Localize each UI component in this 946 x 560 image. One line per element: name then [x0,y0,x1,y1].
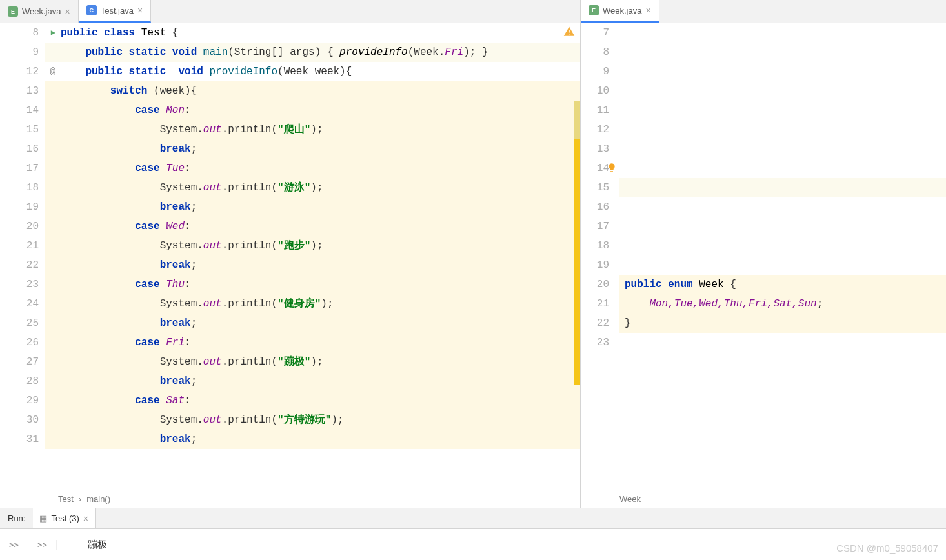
right-tabs: E Week.java × [581,0,946,23]
tab-test-java[interactable]: C Test.java × [79,0,152,23]
intention-bulb-icon[interactable] [607,163,617,173]
run-controls-expand2[interactable]: >> [28,540,57,550]
enum-file-icon: E [8,6,18,17]
breadcrumb-right[interactable]: Week [581,490,946,508]
run-tab-label: Test (3) [51,514,79,523]
run-tab[interactable]: ▦ Test (3) × [33,508,96,528]
tab-week-java[interactable]: E Week.java × [0,0,79,23]
tab-label: Test.java [101,6,134,15]
run-controls-expand[interactable]: >> [0,540,28,550]
tab-label: Week.java [22,6,61,16]
breadcrumb-class[interactable]: Test [58,494,74,504]
close-icon[interactable]: × [65,6,70,17]
line-gutter: 7 8 9 10 11 12 13 14 15 16 17 18 19 20 2… [581,23,619,490]
close-icon[interactable]: × [645,5,650,15]
tab-week-java-right[interactable]: E Week.java × [581,0,659,23]
text-caret [625,181,625,194]
enum-file-icon: E [589,5,599,15]
close-icon[interactable]: × [137,5,143,15]
right-editor[interactable]: 7 8 9 10 11 12 13 14 15 16 17 18 19 20 2… [581,23,946,490]
run-label: Run: [8,514,25,523]
breadcrumb-left[interactable]: Test › main() [0,490,580,508]
line-gutter: 8▶ 9▶ 12@ 13 14 15 16 17 18 19 20 21 22 … [0,23,45,490]
run-config-icon: ▦ [39,514,47,523]
class-file-icon: C [86,5,97,15]
error-stripe[interactable] [572,23,580,490]
close-icon[interactable]: × [83,514,88,524]
breadcrumb-method[interactable]: main() [86,494,110,504]
breadcrumb-class[interactable]: Week [619,494,641,504]
code-content[interactable]: public class Test { public static void m… [45,23,580,490]
left-tabs: E Week.java × C Test.java × [0,0,580,23]
watermark: CSDN @m0_59058407 [836,543,938,554]
code-content[interactable]: public enum Week { Mon,Tue,Wed,Thu,Fri,S… [619,23,946,490]
chevron-right-icon: › [79,494,81,504]
console-output[interactable]: 蹦极 [57,539,107,551]
tab-label: Week.java [603,6,641,15]
left-editor[interactable]: 8▶ 9▶ 12@ 13 14 15 16 17 18 19 20 21 22 … [0,23,580,490]
run-panel: Run: ▦ Test (3) × >> >> 蹦极 [0,508,946,560]
